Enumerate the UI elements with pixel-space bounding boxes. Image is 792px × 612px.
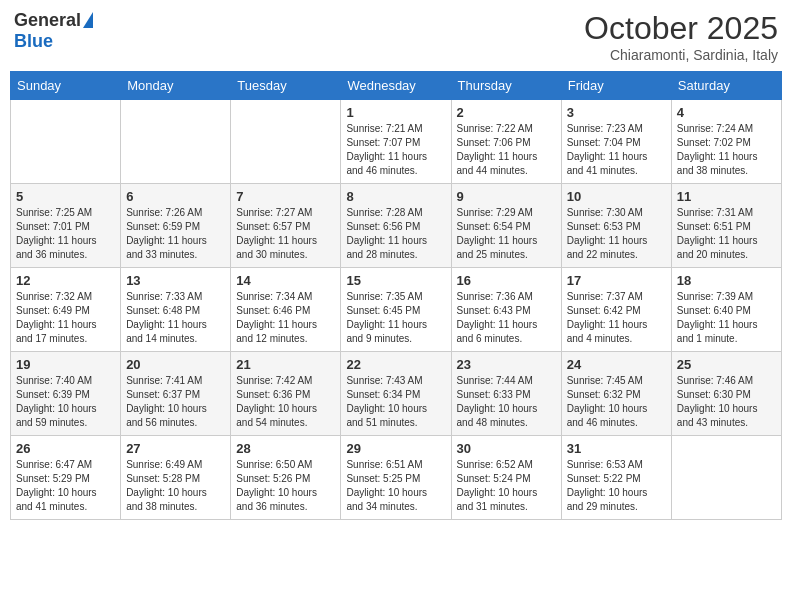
calendar-cell: 28Sunrise: 6:50 AM Sunset: 5:26 PM Dayli…	[231, 436, 341, 520]
calendar-cell	[671, 436, 781, 520]
calendar-table: SundayMondayTuesdayWednesdayThursdayFrid…	[10, 71, 782, 520]
day-info: Sunrise: 7:33 AM Sunset: 6:48 PM Dayligh…	[126, 290, 225, 346]
weekday-header-wednesday: Wednesday	[341, 72, 451, 100]
day-info: Sunrise: 7:42 AM Sunset: 6:36 PM Dayligh…	[236, 374, 335, 430]
day-number: 11	[677, 189, 776, 204]
weekday-header-monday: Monday	[121, 72, 231, 100]
day-number: 2	[457, 105, 556, 120]
calendar-cell: 15Sunrise: 7:35 AM Sunset: 6:45 PM Dayli…	[341, 268, 451, 352]
day-info: Sunrise: 7:46 AM Sunset: 6:30 PM Dayligh…	[677, 374, 776, 430]
day-info: Sunrise: 7:22 AM Sunset: 7:06 PM Dayligh…	[457, 122, 556, 178]
day-number: 9	[457, 189, 556, 204]
calendar-cell: 17Sunrise: 7:37 AM Sunset: 6:42 PM Dayli…	[561, 268, 671, 352]
day-number: 30	[457, 441, 556, 456]
day-info: Sunrise: 7:45 AM Sunset: 6:32 PM Dayligh…	[567, 374, 666, 430]
calendar-week-row: 26Sunrise: 6:47 AM Sunset: 5:29 PM Dayli…	[11, 436, 782, 520]
day-info: Sunrise: 7:24 AM Sunset: 7:02 PM Dayligh…	[677, 122, 776, 178]
day-number: 22	[346, 357, 445, 372]
day-info: Sunrise: 7:23 AM Sunset: 7:04 PM Dayligh…	[567, 122, 666, 178]
calendar-cell: 26Sunrise: 6:47 AM Sunset: 5:29 PM Dayli…	[11, 436, 121, 520]
calendar-cell: 24Sunrise: 7:45 AM Sunset: 6:32 PM Dayli…	[561, 352, 671, 436]
calendar-cell: 20Sunrise: 7:41 AM Sunset: 6:37 PM Dayli…	[121, 352, 231, 436]
day-info: Sunrise: 7:25 AM Sunset: 7:01 PM Dayligh…	[16, 206, 115, 262]
day-info: Sunrise: 6:53 AM Sunset: 5:22 PM Dayligh…	[567, 458, 666, 514]
day-number: 26	[16, 441, 115, 456]
day-number: 21	[236, 357, 335, 372]
day-info: Sunrise: 7:36 AM Sunset: 6:43 PM Dayligh…	[457, 290, 556, 346]
calendar-cell: 6Sunrise: 7:26 AM Sunset: 6:59 PM Daylig…	[121, 184, 231, 268]
calendar-week-row: 5Sunrise: 7:25 AM Sunset: 7:01 PM Daylig…	[11, 184, 782, 268]
calendar-cell: 5Sunrise: 7:25 AM Sunset: 7:01 PM Daylig…	[11, 184, 121, 268]
day-number: 23	[457, 357, 556, 372]
calendar-week-row: 1Sunrise: 7:21 AM Sunset: 7:07 PM Daylig…	[11, 100, 782, 184]
calendar-cell: 31Sunrise: 6:53 AM Sunset: 5:22 PM Dayli…	[561, 436, 671, 520]
calendar-week-row: 12Sunrise: 7:32 AM Sunset: 6:49 PM Dayli…	[11, 268, 782, 352]
day-info: Sunrise: 7:34 AM Sunset: 6:46 PM Dayligh…	[236, 290, 335, 346]
day-number: 18	[677, 273, 776, 288]
calendar-cell: 1Sunrise: 7:21 AM Sunset: 7:07 PM Daylig…	[341, 100, 451, 184]
day-number: 19	[16, 357, 115, 372]
calendar-cell: 10Sunrise: 7:30 AM Sunset: 6:53 PM Dayli…	[561, 184, 671, 268]
calendar-cell	[231, 100, 341, 184]
day-info: Sunrise: 7:28 AM Sunset: 6:56 PM Dayligh…	[346, 206, 445, 262]
day-info: Sunrise: 6:50 AM Sunset: 5:26 PM Dayligh…	[236, 458, 335, 514]
calendar-cell: 21Sunrise: 7:42 AM Sunset: 6:36 PM Dayli…	[231, 352, 341, 436]
calendar-cell: 18Sunrise: 7:39 AM Sunset: 6:40 PM Dayli…	[671, 268, 781, 352]
day-number: 4	[677, 105, 776, 120]
day-number: 24	[567, 357, 666, 372]
day-info: Sunrise: 7:37 AM Sunset: 6:42 PM Dayligh…	[567, 290, 666, 346]
calendar-cell: 19Sunrise: 7:40 AM Sunset: 6:39 PM Dayli…	[11, 352, 121, 436]
calendar-cell: 2Sunrise: 7:22 AM Sunset: 7:06 PM Daylig…	[451, 100, 561, 184]
calendar-cell	[121, 100, 231, 184]
calendar-cell: 12Sunrise: 7:32 AM Sunset: 6:49 PM Dayli…	[11, 268, 121, 352]
day-info: Sunrise: 7:41 AM Sunset: 6:37 PM Dayligh…	[126, 374, 225, 430]
location-subtitle: Chiaramonti, Sardinia, Italy	[584, 47, 778, 63]
day-info: Sunrise: 7:21 AM Sunset: 7:07 PM Dayligh…	[346, 122, 445, 178]
day-info: Sunrise: 7:30 AM Sunset: 6:53 PM Dayligh…	[567, 206, 666, 262]
calendar-week-row: 19Sunrise: 7:40 AM Sunset: 6:39 PM Dayli…	[11, 352, 782, 436]
day-number: 20	[126, 357, 225, 372]
day-number: 16	[457, 273, 556, 288]
logo-triangle-icon	[83, 12, 93, 28]
day-info: Sunrise: 7:31 AM Sunset: 6:51 PM Dayligh…	[677, 206, 776, 262]
calendar-cell: 22Sunrise: 7:43 AM Sunset: 6:34 PM Dayli…	[341, 352, 451, 436]
calendar-cell: 3Sunrise: 7:23 AM Sunset: 7:04 PM Daylig…	[561, 100, 671, 184]
day-info: Sunrise: 7:44 AM Sunset: 6:33 PM Dayligh…	[457, 374, 556, 430]
day-number: 5	[16, 189, 115, 204]
logo-blue-text: Blue	[14, 31, 53, 52]
day-info: Sunrise: 6:51 AM Sunset: 5:25 PM Dayligh…	[346, 458, 445, 514]
day-number: 27	[126, 441, 225, 456]
day-number: 1	[346, 105, 445, 120]
day-info: Sunrise: 7:29 AM Sunset: 6:54 PM Dayligh…	[457, 206, 556, 262]
day-number: 7	[236, 189, 335, 204]
weekday-header-thursday: Thursday	[451, 72, 561, 100]
day-number: 8	[346, 189, 445, 204]
calendar-cell: 9Sunrise: 7:29 AM Sunset: 6:54 PM Daylig…	[451, 184, 561, 268]
calendar-cell: 14Sunrise: 7:34 AM Sunset: 6:46 PM Dayli…	[231, 268, 341, 352]
weekday-header-tuesday: Tuesday	[231, 72, 341, 100]
day-info: Sunrise: 7:35 AM Sunset: 6:45 PM Dayligh…	[346, 290, 445, 346]
calendar-cell: 16Sunrise: 7:36 AM Sunset: 6:43 PM Dayli…	[451, 268, 561, 352]
day-info: Sunrise: 7:40 AM Sunset: 6:39 PM Dayligh…	[16, 374, 115, 430]
day-number: 12	[16, 273, 115, 288]
day-info: Sunrise: 6:52 AM Sunset: 5:24 PM Dayligh…	[457, 458, 556, 514]
day-info: Sunrise: 7:43 AM Sunset: 6:34 PM Dayligh…	[346, 374, 445, 430]
day-number: 28	[236, 441, 335, 456]
calendar-cell: 27Sunrise: 6:49 AM Sunset: 5:28 PM Dayli…	[121, 436, 231, 520]
title-section: October 2025 Chiaramonti, Sardinia, Ital…	[584, 10, 778, 63]
day-number: 25	[677, 357, 776, 372]
day-number: 6	[126, 189, 225, 204]
day-info: Sunrise: 7:32 AM Sunset: 6:49 PM Dayligh…	[16, 290, 115, 346]
day-number: 29	[346, 441, 445, 456]
day-number: 10	[567, 189, 666, 204]
calendar-cell	[11, 100, 121, 184]
day-number: 31	[567, 441, 666, 456]
day-number: 14	[236, 273, 335, 288]
calendar-cell: 29Sunrise: 6:51 AM Sunset: 5:25 PM Dayli…	[341, 436, 451, 520]
day-info: Sunrise: 7:27 AM Sunset: 6:57 PM Dayligh…	[236, 206, 335, 262]
day-info: Sunrise: 7:26 AM Sunset: 6:59 PM Dayligh…	[126, 206, 225, 262]
page-header: General Blue October 2025 Chiaramonti, S…	[10, 10, 782, 63]
calendar-cell: 25Sunrise: 7:46 AM Sunset: 6:30 PM Dayli…	[671, 352, 781, 436]
calendar-cell: 30Sunrise: 6:52 AM Sunset: 5:24 PM Dayli…	[451, 436, 561, 520]
day-info: Sunrise: 7:39 AM Sunset: 6:40 PM Dayligh…	[677, 290, 776, 346]
